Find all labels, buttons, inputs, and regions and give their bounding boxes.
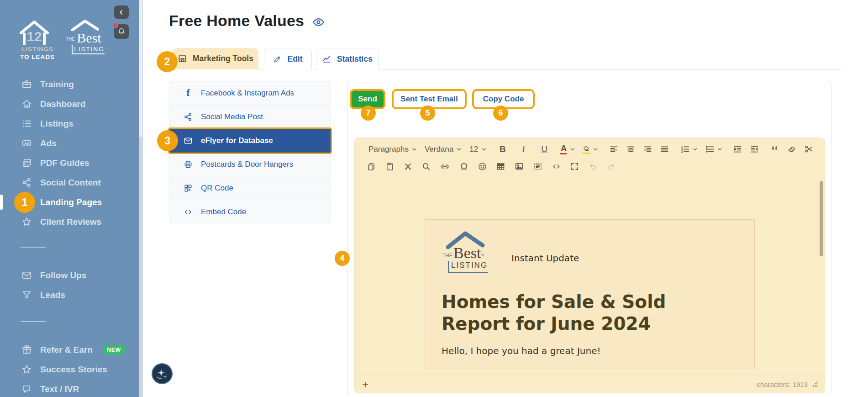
chevron-down-icon bbox=[411, 146, 417, 152]
undo-button[interactable] bbox=[585, 160, 600, 173]
table-button[interactable] bbox=[493, 160, 508, 173]
sidebar-item-follow-ups[interactable]: Follow Ups bbox=[0, 265, 143, 285]
logo-the: THE bbox=[66, 37, 75, 42]
notifications-button[interactable] bbox=[114, 24, 129, 39]
font-size-dropdown[interactable]: 12 bbox=[467, 143, 489, 155]
outdent-button[interactable] bbox=[747, 143, 762, 155]
link-button[interactable] bbox=[437, 160, 453, 173]
code-icon bbox=[183, 207, 193, 217]
fullscreen-button[interactable] bbox=[567, 160, 582, 173]
copy-button[interactable] bbox=[364, 160, 379, 173]
sidebar-nav-group-2: Follow Ups Leads bbox=[0, 265, 143, 305]
font-color-dropdown[interactable]: A bbox=[558, 143, 578, 156]
sidebar-item-pdf-guides[interactable]: PDF PDF Guides bbox=[0, 153, 143, 173]
logo-listing: LISTING bbox=[72, 45, 105, 54]
emoji-button[interactable] bbox=[475, 160, 490, 173]
bullet-list-dropdown[interactable] bbox=[702, 143, 725, 155]
sidebar-item-text-ivr[interactable]: Text / IVR bbox=[0, 379, 143, 397]
menu-item-postcards-door-hangers[interactable]: Postcards & Door Hangers bbox=[169, 153, 331, 176]
email-preview[interactable]: THE Best* LISTING Instant Update Homes f… bbox=[425, 219, 755, 369]
font-family-dropdown[interactable]: Verdana bbox=[422, 143, 465, 155]
tab-label: Edit bbox=[287, 54, 302, 64]
tab-statistics[interactable]: Statistics bbox=[316, 48, 379, 69]
menu-item-facebook-instagram-ads[interactable]: f Facebook & Instagram Ads bbox=[169, 81, 331, 105]
align-left-icon bbox=[609, 144, 619, 154]
menu-item-qr-code[interactable]: QR Code bbox=[169, 176, 331, 200]
tab-marketing-tools[interactable]: Marketing Tools bbox=[173, 48, 258, 69]
remove-format-button[interactable] bbox=[784, 143, 800, 155]
align-center-button[interactable] bbox=[623, 143, 638, 155]
sidebar-item-landing-pages[interactable]: 1 Landing Pages bbox=[0, 192, 143, 212]
briefcase-icon bbox=[21, 79, 32, 90]
sidebar-collapse-button[interactable] bbox=[114, 5, 129, 19]
add-block-button[interactable]: + bbox=[362, 379, 368, 390]
paragraph-format-dropdown[interactable]: Paragraphs bbox=[366, 143, 420, 155]
sidebar-item-success-stories[interactable]: Success Stories bbox=[0, 360, 143, 379]
sidebar-item-refer-earn[interactable]: Refer & Earn NEW bbox=[0, 340, 143, 360]
sidebar-item-training[interactable]: Training bbox=[0, 74, 143, 94]
resize-grip-icon[interactable] bbox=[812, 381, 818, 387]
chevron-down-icon bbox=[593, 147, 598, 152]
editor-scrollbar[interactable] bbox=[820, 181, 823, 256]
indent-button[interactable] bbox=[730, 143, 745, 155]
sidebar-item-label: Follow Ups bbox=[40, 270, 86, 281]
chart-icon bbox=[322, 54, 331, 64]
sidebar-item-label: Dashboard bbox=[40, 99, 85, 109]
cut-scissors-button[interactable] bbox=[801, 143, 816, 155]
chevron-down-icon bbox=[570, 147, 575, 152]
align-justify-button[interactable] bbox=[657, 143, 672, 155]
redo-button[interactable] bbox=[604, 160, 619, 173]
sidebar-item-ads[interactable]: Ad Ads bbox=[0, 133, 143, 153]
brand-listing: LISTING bbox=[448, 261, 488, 273]
ordered-list-dropdown[interactable] bbox=[678, 143, 700, 155]
annotation-badge-3: 3 bbox=[157, 130, 178, 151]
align-left-button[interactable] bbox=[606, 143, 621, 155]
annotation-badge-4: 4 bbox=[335, 251, 350, 266]
blockquote-button[interactable] bbox=[768, 143, 783, 155]
special-character-button[interactable]: Ω bbox=[456, 159, 472, 173]
italic-button[interactable]: I bbox=[516, 143, 531, 156]
omega-icon: Ω bbox=[459, 161, 469, 172]
character-count: characters: 1913 bbox=[757, 381, 818, 388]
envelope-icon bbox=[183, 136, 193, 146]
image-button[interactable] bbox=[511, 160, 527, 173]
menu-item-eflyer-for-database[interactable]: eFlyer for Database bbox=[169, 129, 331, 153]
editor-toolbar-row-2: Ω bbox=[355, 157, 825, 174]
sidebar-item-leads[interactable]: Leads bbox=[0, 285, 143, 305]
brand-best: Best* bbox=[453, 244, 484, 262]
bold-icon: B bbox=[498, 144, 508, 154]
select-block-button[interactable] bbox=[530, 160, 546, 173]
marketing-tools-menu: f Facebook & Instagram Ads Social Media … bbox=[169, 81, 331, 224]
sidebar-item-client-reviews[interactable]: Client Reviews bbox=[0, 212, 143, 232]
cut-x-icon bbox=[403, 162, 413, 171]
tab-edit[interactable]: Edit bbox=[264, 48, 312, 69]
storefront-icon bbox=[178, 54, 187, 64]
source-code-button[interactable] bbox=[549, 160, 564, 173]
svg-text:Ad: Ad bbox=[24, 141, 29, 146]
underline-button[interactable]: U bbox=[537, 143, 552, 156]
page-header: Free Home Values bbox=[169, 12, 325, 30]
sidebar-item-dashboard[interactable]: Dashboard bbox=[0, 94, 143, 114]
sidebar-item-listings[interactable]: Listings bbox=[0, 114, 143, 133]
ad-icon: Ad bbox=[21, 138, 32, 149]
sidebar-item-label: Leads bbox=[40, 290, 65, 300]
assistant-sparkle-button[interactable] bbox=[152, 363, 173, 384]
sparkles-icon bbox=[155, 367, 169, 381]
highlight-color-dropdown[interactable] bbox=[579, 143, 601, 155]
table-icon bbox=[496, 162, 505, 171]
align-right-button[interactable] bbox=[640, 143, 655, 155]
undo-icon bbox=[588, 162, 598, 171]
menu-item-label: Facebook & Instagram Ads bbox=[201, 89, 294, 98]
preview-eye-icon[interactable] bbox=[312, 16, 325, 28]
menu-item-social-media-post[interactable]: Social Media Post bbox=[169, 105, 331, 129]
sidebar-item-label: Listings bbox=[40, 119, 74, 129]
house-logo-icon: 12 bbox=[17, 19, 51, 46]
menu-item-embed-code[interactable]: Embed Code bbox=[169, 200, 331, 224]
cut-button[interactable] bbox=[400, 160, 416, 173]
bold-button[interactable]: B bbox=[495, 143, 510, 156]
align-justify-icon bbox=[660, 144, 669, 154]
find-button[interactable] bbox=[419, 160, 434, 173]
paste-button[interactable] bbox=[382, 160, 397, 173]
sidebar-item-social-content[interactable]: Social Content bbox=[0, 173, 143, 192]
sidebar-item-label: Text / IVR bbox=[40, 384, 79, 394]
